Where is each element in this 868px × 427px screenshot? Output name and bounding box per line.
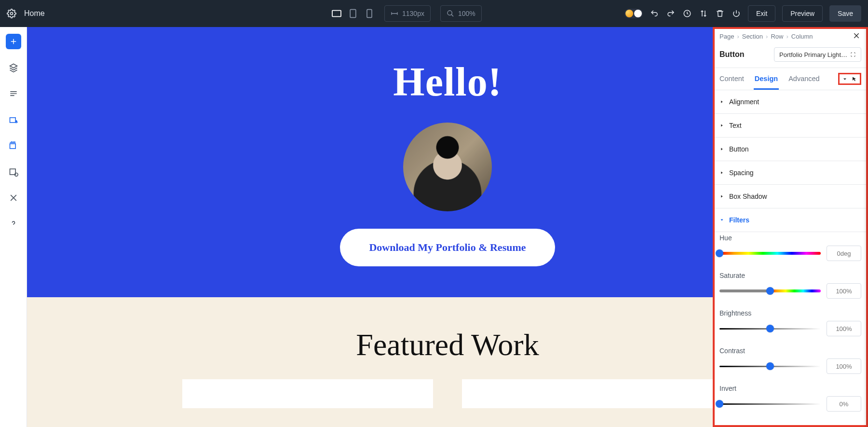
brightness-thumb[interactable] [766,325,774,332]
crumb-section[interactable]: Section [742,33,763,40]
filter-saturate: Saturate [719,272,861,299]
invert-thumb[interactable] [716,400,723,408]
filter-hue-label: Hue [719,234,861,242]
zoom-value: 100% [458,10,475,17]
design-panel: Page › Section › Row › Column Button Por… [713,27,868,427]
saturate-slider[interactable] [719,289,821,292]
hue-slider[interactable] [719,252,821,255]
filters-body: Hue Saturate Brightness [713,232,868,418]
filter-contrast-label: Contrast [719,347,861,355]
canvas-width-input[interactable]: 1130px [384,5,431,22]
save-button[interactable]: Save [829,5,861,22]
svg-rect-3 [367,10,372,18]
filter-invert: Invert [719,385,861,412]
invert-slider[interactable] [719,403,821,405]
section-alignment[interactable]: Alignment [713,90,868,114]
power-icon[interactable] [732,9,741,18]
help-icon[interactable] [6,216,21,232]
breadcrumb: Page › Section › Row › Column [719,32,861,41]
layers-icon[interactable] [6,60,21,75]
hue-input[interactable] [827,246,861,261]
preview-button[interactable]: Preview [782,5,823,22]
list-icon[interactable] [6,86,21,101]
section-alignment-label: Alignment [729,98,759,106]
add-element-button[interactable] [6,34,21,49]
section-button[interactable]: Button [713,138,868,161]
svg-rect-6 [10,118,15,123]
section-text-label: Text [729,122,742,129]
download-portfolio-button[interactable]: Download My Portfolio & Resume [340,229,555,266]
section-box-shadow-label: Box Shadow [729,193,767,200]
tools-icon[interactable] [6,190,21,206]
preset-selector[interactable]: Portfolio Primary Light… [774,47,861,62]
tab-design[interactable]: Design [755,75,778,83]
filter-hue: Hue [719,234,861,261]
canvas-width-value: 1130px [402,10,424,17]
left-rail [0,27,27,427]
svg-point-0 [11,13,13,15]
tab-advanced[interactable]: Advanced [788,75,820,83]
cursor-icon[interactable] [851,76,858,83]
zoom-input[interactable]: 100% [440,5,482,22]
component-expand-icon[interactable] [6,138,21,153]
panel-tools-highlight [838,73,861,85]
filter-saturate-label: Saturate [719,272,861,279]
component-select-icon[interactable] [6,112,21,127]
device-tablet-icon[interactable] [348,8,358,19]
invert-input[interactable] [827,396,861,412]
device-switcher [331,8,375,19]
svg-rect-7 [10,144,15,149]
hue-thumb[interactable] [716,249,723,257]
filter-invert-label: Invert [719,385,861,392]
saturate-thumb[interactable] [766,287,774,295]
contrast-input[interactable] [827,358,861,374]
avatar [403,123,492,211]
featured-card [182,379,433,408]
filter-brightness: Brightness [719,309,861,336]
hero-title: Hello! [393,58,502,105]
tab-content[interactable]: Content [719,75,744,83]
brightness-input[interactable] [827,321,861,336]
section-filters[interactable]: Filters [713,208,868,232]
history-icon[interactable] [682,9,692,18]
chevron-down-icon[interactable] [841,76,848,83]
saturate-input[interactable] [827,283,861,299]
panel-tabs: Content Design Advanced [713,68,868,90]
svg-rect-1 [332,11,341,17]
featured-card [462,379,713,408]
filter-contrast: Contrast [719,347,861,374]
panel-element-label: Button [719,50,745,59]
undo-icon[interactable] [650,9,659,18]
brightness-slider[interactable] [719,328,821,330]
section-spacing[interactable]: Spacing [713,161,868,185]
section-text[interactable]: Text [713,114,868,138]
crumb-page[interactable]: Page [719,33,734,40]
crumb-column[interactable]: Column [791,33,813,40]
device-desktop-icon[interactable] [331,8,342,19]
section-filters-label: Filters [729,216,749,224]
contrast-thumb[interactable] [766,362,774,370]
exit-button[interactable]: Exit [748,5,775,22]
theme-toggle[interactable] [624,9,643,18]
device-mobile-icon[interactable] [364,8,375,19]
topbar: Home 1130px 100% [0,0,868,27]
presets-icon[interactable] [6,164,21,179]
contrast-slider[interactable] [719,366,821,367]
featured-title: Featured Work [356,327,539,363]
close-icon[interactable] [853,32,861,41]
gear-icon[interactable] [7,9,16,18]
svg-point-4 [448,11,452,15]
preset-label: Portfolio Primary Light… [779,51,847,58]
section-box-shadow[interactable]: Box Shadow [713,185,868,208]
crumb-row[interactable]: Row [771,33,783,40]
svg-rect-2 [350,10,356,18]
redo-icon[interactable] [666,9,676,18]
section-button-label: Button [729,145,748,153]
section-spacing-label: Spacing [729,169,754,177]
home-link[interactable]: Home [24,9,45,18]
filter-brightness-label: Brightness [719,309,861,317]
sort-icon[interactable] [699,9,708,18]
trash-icon[interactable] [715,9,725,18]
